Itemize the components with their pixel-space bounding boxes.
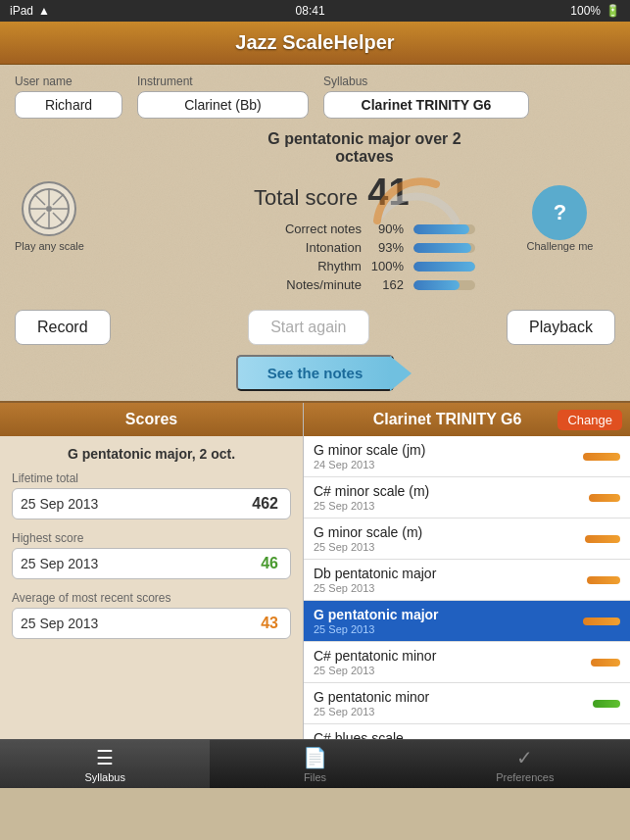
total-score-label: Total score [254, 185, 358, 211]
status-time: 08:41 [296, 4, 325, 18]
scale-bar [583, 453, 620, 461]
scale-name: Db pentatonic major [314, 566, 436, 581]
scale-bar [583, 618, 620, 625]
info-row: User name Richard Instrument Clarinet (B… [15, 74, 615, 119]
highest-value: 46 [249, 549, 290, 578]
scale-title: G pentatonic major over 2 octaves [254, 130, 475, 166]
see-notes-container: See the notes [15, 355, 615, 391]
svg-line-6 [34, 194, 45, 205]
scale-bar [589, 494, 620, 502]
scale-list-item[interactable]: G minor scale (jm) 24 Sep 2013 [304, 436, 630, 477]
metrics: Correct notes 90% Intonation 93% Rhythm … [254, 222, 475, 292]
scale-list-item[interactable]: C# blues scale 25 Sep 2013 [304, 724, 630, 739]
scale-info: C# pentatonic minor 25 Sep 2013 [314, 648, 436, 676]
status-right: 100% 🔋 [570, 4, 620, 18]
scale-list-item[interactable]: Db pentatonic major 25 Sep 2013 [304, 560, 630, 601]
syllabus-tab-label: Syllabus [84, 771, 125, 783]
lifetime-row: 25 Sep 2013 462 [12, 488, 291, 519]
change-button[interactable]: Change [557, 410, 622, 430]
metric-intonation-label: Intonation [254, 240, 362, 255]
highest-date: 25 Sep 2013 [13, 550, 249, 577]
metric-npm-bar [413, 280, 460, 290]
syllabus-group: Syllabus Clarinet TRINITY G6 [323, 74, 529, 119]
user-name-button[interactable]: Richard [15, 91, 122, 119]
wheel-svg [24, 184, 73, 233]
preferences-tab-label: Preferences [496, 771, 554, 783]
scale-info: C# blues scale 25 Sep 2013 [314, 730, 404, 739]
see-notes-button[interactable]: See the notes [236, 355, 395, 391]
svg-line-8 [53, 194, 64, 205]
svg-point-1 [46, 206, 52, 212]
start-again-button[interactable]: Start again [248, 310, 368, 345]
app-title: Jazz ScaleHelper [235, 31, 394, 54]
scale-bar [585, 535, 620, 543]
highest-row: 25 Sep 2013 46 [12, 548, 291, 579]
scale-list-item[interactable]: G pentatonic minor 25 Sep 2013 [304, 683, 630, 724]
tab-files[interactable]: 📄 Files [210, 740, 419, 788]
metric-intonation-bar [413, 243, 471, 253]
scale-name-active: G pentatonic major [314, 607, 439, 622]
metric-npm-value: 162 [366, 277, 404, 292]
main-content: User name Richard Instrument Clarinet (B… [0, 65, 630, 401]
scale-date: 24 Sep 2013 [314, 459, 425, 470]
files-icon: 📄 [303, 746, 327, 769]
scale-date-active: 25 Sep 2013 [314, 623, 439, 635]
syllabus-icon: ☰ [96, 746, 114, 769]
playback-button[interactable]: Playback [507, 310, 615, 345]
scale-info: G pentatonic minor 25 Sep 2013 [314, 689, 429, 717]
tab-bar: ☰ Syllabus 📄 Files ✓ Preferences [0, 739, 630, 788]
score-area: G pentatonic major over 2 octaves Total … [254, 130, 475, 302]
metric-correct-bar-bg [413, 224, 475, 234]
play-any-scale-item[interactable]: Play any scale [15, 181, 84, 252]
scale-name: G minor scale (m) [314, 524, 422, 540]
scale-name: G minor scale (jm) [314, 442, 425, 458]
scale-bar-green [593, 700, 620, 708]
scale-info: Db pentatonic major 25 Sep 2013 [314, 566, 436, 594]
challenge-me-icon[interactable]: ? [532, 185, 587, 240]
scale-list: G minor scale (jm) 24 Sep 2013 C# minor … [304, 436, 630, 739]
play-any-scale-label: Play any scale [15, 240, 84, 252]
app-header: Jazz ScaleHelper [0, 22, 630, 65]
scale-list-item[interactable]: G minor scale (m) 25 Sep 2013 [304, 519, 630, 560]
right-header-title: Clarinet TRINITY G6 [373, 411, 522, 428]
instrument-button[interactable]: Clarinet (Bb) [137, 91, 309, 119]
bottom-section: Scores G pentatonic major, 2 oct. Lifeti… [0, 401, 630, 739]
scale-date: 25 Sep 2013 [314, 582, 436, 594]
highest-label: Highest score [12, 531, 291, 545]
tab-preferences[interactable]: ✓ Preferences [420, 740, 630, 788]
scale-info: G minor scale (m) 25 Sep 2013 [314, 524, 422, 553]
play-any-scale-icon[interactable] [22, 181, 76, 236]
lifetime-value: 462 [240, 489, 290, 519]
scores-content: G pentatonic major, 2 oct. Lifetime tota… [0, 436, 303, 739]
metric-correct-label: Correct notes [254, 222, 362, 236]
preferences-icon: ✓ [516, 746, 533, 769]
scale-list-item[interactable]: C# minor scale (m) 25 Sep 2013 [304, 477, 630, 519]
user-name-group: User name Richard [15, 74, 122, 119]
metric-rhythm-value: 100% [366, 259, 404, 273]
scale-list-item[interactable]: C# pentatonic minor 25 Sep 2013 [304, 642, 630, 683]
metric-intonation-bar-bg [413, 243, 475, 253]
scores-subtitle: G pentatonic major, 2 oct. [12, 446, 291, 462]
metric-npm-bar-bg [413, 280, 475, 290]
scale-date: 25 Sep 2013 [314, 706, 429, 717]
scores-panel: Scores G pentatonic major, 2 oct. Lifeti… [0, 403, 304, 739]
scores-header: Scores [0, 403, 303, 436]
question-mark: ? [554, 200, 566, 225]
highest-score-item: Highest score 25 Sep 2013 46 [12, 531, 291, 579]
lifetime-date: 25 Sep 2013 [13, 490, 240, 518]
battery-text: 100% [570, 4, 601, 18]
metric-rhythm-label: Rhythm [254, 259, 362, 273]
syllabus-button[interactable]: Clarinet TRINITY G6 [323, 91, 529, 119]
svg-line-9 [34, 213, 45, 223]
metric-correct-bar [413, 224, 469, 234]
files-tab-label: Files [304, 771, 326, 783]
metric-rhythm-bar-bg [413, 262, 475, 272]
lifetime-label: Lifetime total [12, 471, 291, 485]
tab-syllabus[interactable]: ☰ Syllabus [0, 740, 210, 788]
record-button[interactable]: Record [15, 310, 111, 345]
wifi-icon: ▲ [38, 4, 50, 18]
icons-row: Play any scale G pentatonic major over 2… [15, 130, 615, 302]
scale-info: C# minor scale (m) 25 Sep 2013 [314, 483, 429, 512]
scale-list-item-active[interactable]: G pentatonic major 25 Sep 2013 [304, 601, 630, 642]
scale-name: G pentatonic minor [314, 689, 429, 705]
